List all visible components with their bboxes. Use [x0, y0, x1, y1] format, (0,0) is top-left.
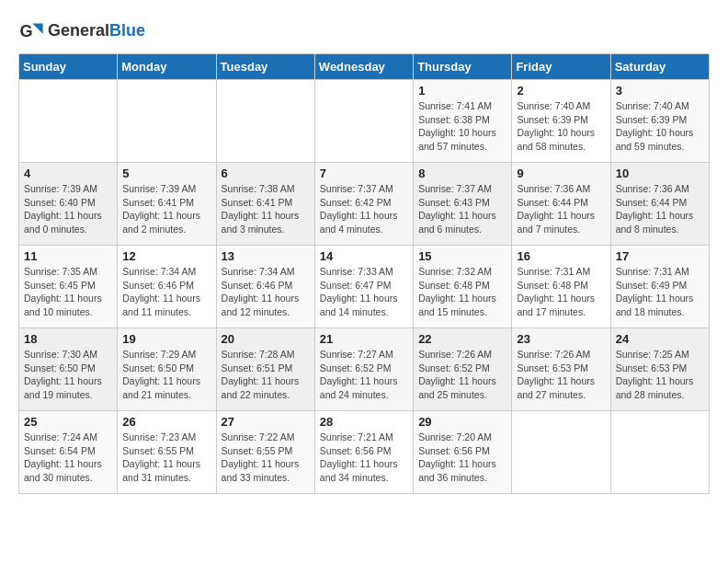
day-info: Sunrise: 7:30 AM Sunset: 6:50 PM Dayligh… — [24, 348, 112, 402]
calendar-cell: 14Sunrise: 7:33 AM Sunset: 6:47 PM Dayli… — [314, 246, 413, 328]
day-info: Sunrise: 7:37 AM Sunset: 6:42 PM Dayligh… — [320, 182, 408, 236]
day-info: Sunrise: 7:22 AM Sunset: 6:55 PM Dayligh… — [222, 431, 310, 485]
day-info: Sunrise: 7:32 AM Sunset: 6:48 PM Dayligh… — [418, 265, 506, 319]
day-info: Sunrise: 7:37 AM Sunset: 6:43 PM Dayligh… — [418, 182, 506, 236]
calendar-cell: 8Sunrise: 7:37 AM Sunset: 6:43 PM Daylig… — [414, 163, 512, 246]
day-info: Sunrise: 7:41 AM Sunset: 6:38 PM Dayligh… — [418, 99, 506, 154]
day-info: Sunrise: 7:26 AM Sunset: 6:52 PM Dayligh… — [418, 348, 506, 402]
calendar-cell — [610, 411, 709, 494]
calendar-cell: 16Sunrise: 7:31 AM Sunset: 6:48 PM Dayli… — [512, 246, 610, 328]
calendar-week-4: 18Sunrise: 7:30 AM Sunset: 6:50 PM Dayli… — [19, 328, 710, 411]
calendar-cell: 2Sunrise: 7:40 AM Sunset: 6:39 PM Daylig… — [512, 80, 610, 163]
day-number: 28 — [320, 415, 408, 429]
day-info: Sunrise: 7:20 AM Sunset: 6:56 PM Dayligh… — [418, 431, 506, 485]
day-info: Sunrise: 7:36 AM Sunset: 6:44 PM Dayligh… — [517, 182, 605, 236]
calendar-week-3: 11Sunrise: 7:35 AM Sunset: 6:45 PM Dayli… — [19, 246, 710, 328]
day-info: Sunrise: 7:34 AM Sunset: 6:46 PM Dayligh… — [122, 265, 210, 319]
weekday-header-friday: Friday — [512, 54, 610, 80]
calendar-cell: 3Sunrise: 7:40 AM Sunset: 6:39 PM Daylig… — [610, 80, 709, 163]
calendar-cell: 25Sunrise: 7:24 AM Sunset: 6:54 PM Dayli… — [19, 411, 118, 494]
calendar-cell: 26Sunrise: 7:23 AM Sunset: 6:55 PM Dayli… — [118, 411, 216, 494]
calendar-cell — [216, 80, 314, 163]
day-number: 6 — [222, 167, 310, 180]
day-info: Sunrise: 7:34 AM Sunset: 6:46 PM Dayligh… — [222, 265, 310, 319]
calendar-cell: 9Sunrise: 7:36 AM Sunset: 6:44 PM Daylig… — [512, 163, 610, 246]
day-number: 15 — [418, 249, 506, 263]
day-number: 22 — [418, 332, 506, 346]
day-number: 9 — [517, 167, 605, 180]
day-number: 3 — [616, 84, 704, 98]
day-info: Sunrise: 7:21 AM Sunset: 6:56 PM Dayligh… — [320, 431, 408, 485]
logo: G GeneralBlue — [18, 18, 145, 44]
calendar-cell — [314, 80, 413, 163]
day-number: 14 — [320, 249, 408, 263]
day-info: Sunrise: 7:40 AM Sunset: 6:39 PM Dayligh… — [517, 99, 605, 154]
day-info: Sunrise: 7:24 AM Sunset: 6:54 PM Dayligh… — [24, 431, 112, 485]
calendar-cell: 21Sunrise: 7:27 AM Sunset: 6:52 PM Dayli… — [314, 328, 413, 411]
calendar-cell — [512, 411, 610, 494]
day-info: Sunrise: 7:31 AM Sunset: 6:49 PM Dayligh… — [616, 265, 704, 319]
calendar-week-2: 4Sunrise: 7:39 AM Sunset: 6:40 PM Daylig… — [19, 163, 710, 246]
day-number: 18 — [24, 332, 112, 346]
day-info: Sunrise: 7:31 AM Sunset: 6:48 PM Dayligh… — [517, 265, 605, 319]
logo-text: GeneralBlue — [48, 22, 145, 40]
day-number: 12 — [122, 249, 210, 263]
day-number: 23 — [517, 332, 605, 346]
day-number: 5 — [122, 167, 210, 180]
day-number: 13 — [222, 249, 310, 263]
calendar-cell: 24Sunrise: 7:25 AM Sunset: 6:53 PM Dayli… — [610, 328, 709, 411]
calendar-cell: 27Sunrise: 7:22 AM Sunset: 6:55 PM Dayli… — [216, 411, 314, 494]
calendar-cell: 11Sunrise: 7:35 AM Sunset: 6:45 PM Dayli… — [19, 246, 118, 328]
day-number: 10 — [616, 167, 704, 180]
day-info: Sunrise: 7:40 AM Sunset: 6:39 PM Dayligh… — [616, 99, 704, 154]
calendar-cell: 28Sunrise: 7:21 AM Sunset: 6:56 PM Dayli… — [314, 411, 413, 494]
weekday-header-thursday: Thursday — [414, 54, 512, 80]
calendar-cell: 1Sunrise: 7:41 AM Sunset: 6:38 PM Daylig… — [414, 80, 512, 163]
day-info: Sunrise: 7:35 AM Sunset: 6:45 PM Dayligh… — [24, 265, 112, 319]
calendar-cell: 22Sunrise: 7:26 AM Sunset: 6:52 PM Dayli… — [414, 328, 512, 411]
day-number: 1 — [418, 84, 506, 98]
weekday-header-saturday: Saturday — [610, 54, 709, 80]
calendar-cell: 5Sunrise: 7:39 AM Sunset: 6:41 PM Daylig… — [118, 163, 216, 246]
calendar-cell: 23Sunrise: 7:26 AM Sunset: 6:53 PM Dayli… — [512, 328, 610, 411]
day-info: Sunrise: 7:27 AM Sunset: 6:52 PM Dayligh… — [320, 348, 408, 402]
weekday-header-row: SundayMondayTuesdayWednesdayThursdayFrid… — [19, 54, 710, 80]
calendar-cell: 13Sunrise: 7:34 AM Sunset: 6:46 PM Dayli… — [216, 246, 314, 328]
day-number: 11 — [24, 249, 112, 263]
page-header: G GeneralBlue — [18, 18, 710, 44]
day-number: 19 — [122, 332, 210, 346]
day-number: 4 — [24, 167, 112, 180]
day-number: 20 — [222, 332, 310, 346]
calendar-cell: 18Sunrise: 7:30 AM Sunset: 6:50 PM Dayli… — [19, 328, 118, 411]
day-number: 16 — [517, 249, 605, 263]
day-info: Sunrise: 7:28 AM Sunset: 6:51 PM Dayligh… — [222, 348, 310, 402]
calendar-cell — [19, 80, 118, 163]
day-number: 25 — [24, 415, 112, 429]
svg-marker-1 — [32, 24, 42, 34]
day-info: Sunrise: 7:23 AM Sunset: 6:55 PM Dayligh… — [122, 431, 210, 485]
weekday-header-sunday: Sunday — [19, 54, 118, 80]
svg-text:G: G — [19, 22, 32, 40]
calendar-week-1: 1Sunrise: 7:41 AM Sunset: 6:38 PM Daylig… — [19, 80, 710, 163]
calendar-cell: 29Sunrise: 7:20 AM Sunset: 6:56 PM Dayli… — [414, 411, 512, 494]
calendar-cell — [118, 80, 216, 163]
day-info: Sunrise: 7:26 AM Sunset: 6:53 PM Dayligh… — [517, 348, 605, 402]
day-number: 29 — [418, 415, 506, 429]
logo-icon: G — [18, 18, 44, 44]
weekday-header-wednesday: Wednesday — [314, 54, 413, 80]
day-info: Sunrise: 7:39 AM Sunset: 6:40 PM Dayligh… — [24, 182, 112, 236]
day-number: 24 — [616, 332, 704, 346]
day-number: 17 — [616, 249, 704, 263]
day-number: 7 — [320, 167, 408, 180]
day-number: 21 — [320, 332, 408, 346]
calendar-cell: 4Sunrise: 7:39 AM Sunset: 6:40 PM Daylig… — [19, 163, 118, 246]
day-number: 27 — [222, 415, 310, 429]
day-info: Sunrise: 7:33 AM Sunset: 6:47 PM Dayligh… — [320, 265, 408, 319]
day-info: Sunrise: 7:38 AM Sunset: 6:41 PM Dayligh… — [222, 182, 310, 236]
calendar-cell: 19Sunrise: 7:29 AM Sunset: 6:50 PM Dayli… — [118, 328, 216, 411]
day-number: 26 — [122, 415, 210, 429]
calendar-cell: 17Sunrise: 7:31 AM Sunset: 6:49 PM Dayli… — [610, 246, 709, 328]
calendar-cell: 12Sunrise: 7:34 AM Sunset: 6:46 PM Dayli… — [118, 246, 216, 328]
day-info: Sunrise: 7:39 AM Sunset: 6:41 PM Dayligh… — [122, 182, 210, 236]
weekday-header-tuesday: Tuesday — [216, 54, 314, 80]
